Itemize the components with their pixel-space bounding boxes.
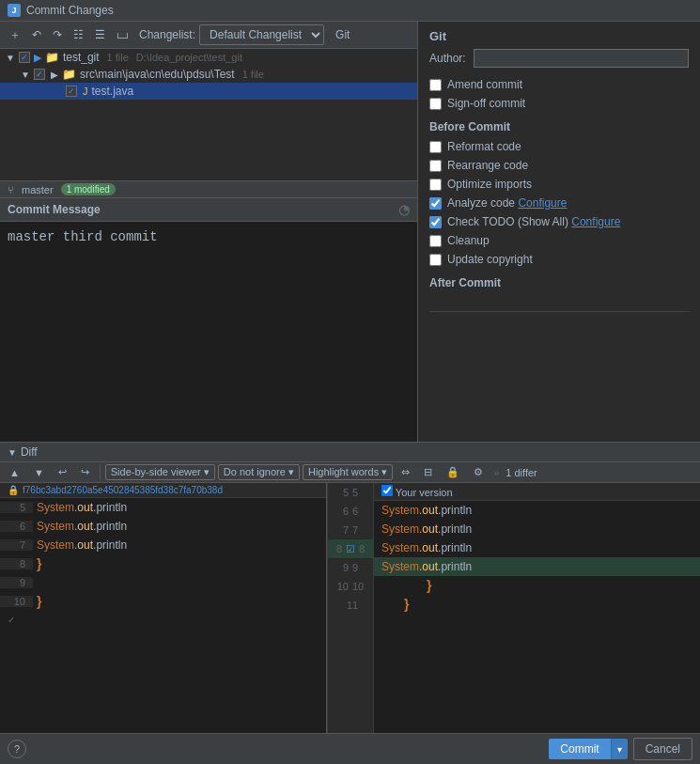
branch-icon: ⑂: [8, 184, 14, 195]
diff-redo-btn[interactable]: ↪: [75, 464, 95, 480]
cleanup-label: Cleanup: [447, 234, 490, 247]
center-line-9: 99: [328, 558, 373, 577]
git-label: Git: [429, 22, 689, 49]
reformat-checkbox[interactable]: [429, 141, 442, 153]
after-commit-label: After Commit: [429, 276, 689, 289]
changelist-label: Changelist:: [139, 28, 195, 41]
cleanup-checkbox[interactable]: [429, 235, 442, 247]
diff-lock-btn[interactable]: 🔒: [441, 464, 465, 480]
toolbar-grid-btn[interactable]: ☷: [70, 26, 87, 43]
diff-collapse-btn[interactable]: ⇔: [396, 464, 415, 480]
diff-ignore-select[interactable]: Do not ignore ▾: [218, 464, 300, 480]
reformat-label: Reformat code: [447, 140, 521, 153]
diff-right-line-9: }: [374, 576, 700, 595]
commit-button[interactable]: Commit: [549, 739, 610, 759]
main-content: ＋ ↶ ↷ ☷ ☰ ⌴ Changelist: Default Changeli…: [0, 22, 700, 442]
changelist-select[interactable]: Default Changelist: [199, 24, 324, 45]
branch-status-bar: ⑂ master 1 modified: [0, 180, 417, 198]
option-amend[interactable]: Amend commit: [429, 75, 689, 94]
tree-item-file[interactable]: J test.java: [0, 83, 417, 100]
commit-message-header: Commit Message ◔: [0, 198, 417, 222]
commit-message-label: Commit Message: [8, 203, 101, 216]
app-icon: J: [8, 4, 21, 17]
rearrange-checkbox[interactable]: [429, 160, 442, 172]
src-label: src\main\java\cn\edu\pdsu\Test: [80, 68, 235, 81]
optimize-checkbox[interactable]: [429, 179, 442, 191]
cancel-button[interactable]: Cancel: [633, 738, 692, 760]
history-icon[interactable]: ◔: [398, 202, 410, 217]
option-todo[interactable]: Check TODO (Show All) Configure: [429, 212, 689, 231]
todo-label: Check TODO (Show All) Configure: [447, 215, 620, 228]
commit-dropdown-button[interactable]: ▾: [611, 739, 628, 759]
diff-prev-btn[interactable]: ▲: [4, 465, 25, 480]
author-row: Author:: [429, 49, 689, 68]
your-version-label: Your version: [374, 483, 700, 501]
diff-right-line-6: System.out.println: [374, 520, 700, 538]
src-meta: 1 file: [242, 69, 264, 80]
branch-name: master: [22, 184, 54, 195]
toolbar: ＋ ↶ ↷ ☷ ☰ ⌴ Changelist: Default Changeli…: [0, 22, 417, 49]
commit-message-section: Commit Message ◔ master third commit: [0, 198, 417, 442]
diff-hash: f76bc3abd2760a5e4502845385fd38c7fa70b38d: [23, 485, 223, 495]
your-version-checkbox[interactable]: [381, 485, 393, 496]
option-signoff[interactable]: Sign-off commit: [429, 94, 689, 113]
left-panel: ＋ ↶ ↷ ☷ ☰ ⌴ Changelist: Default Changeli…: [0, 22, 418, 442]
analyze-configure-link[interactable]: Configure: [518, 196, 567, 210]
signoff-checkbox[interactable]: [429, 98, 442, 110]
todo-checkbox[interactable]: [429, 216, 442, 228]
diff-right-line-5: System.out.println: [374, 501, 700, 520]
tree-item-root[interactable]: ▼ ▶ 📁 test_git 1 file D:\Idea_project\te…: [0, 49, 417, 66]
tree-item-src[interactable]: ▼ ▶ 📁 src\main\java\cn\edu\pdsu\Test 1 f…: [0, 66, 417, 83]
your-version-text: Your version: [396, 487, 453, 498]
root-checkbox[interactable]: [19, 52, 30, 63]
toolbar-undo-btn[interactable]: ↶: [28, 26, 45, 43]
todo-configure-link[interactable]: Configure: [571, 215, 620, 228]
analyze-label: Analyze code Configure: [447, 196, 567, 210]
diff-settings-btn[interactable]: ⚙: [468, 464, 489, 480]
option-copyright[interactable]: Update copyright: [429, 250, 689, 269]
diff-viewer-select[interactable]: Side-by-side viewer ▾: [105, 464, 215, 480]
right-panel: Git Author: Amend commit Sign-off commit…: [418, 22, 700, 442]
option-analyze[interactable]: Analyze code Configure: [429, 194, 689, 212]
commit-message-input[interactable]: master third commit: [0, 222, 417, 442]
option-cleanup[interactable]: Cleanup: [429, 231, 689, 250]
modified-badge: 1 modified: [61, 183, 116, 195]
diff-right-pane: Your version System.out.println System.o…: [374, 483, 700, 733]
center-line-7: 77: [328, 521, 373, 539]
lock-icon: 🔒: [8, 485, 19, 495]
copyright-checkbox[interactable]: [429, 254, 442, 266]
amend-checkbox[interactable]: [429, 79, 442, 91]
file-checkbox[interactable]: [66, 86, 77, 97]
root-path: D:\Idea_project\test_git: [136, 52, 242, 63]
copyright-label: Update copyright: [447, 253, 533, 266]
rearrange-label: Rearrange code: [447, 159, 528, 172]
center-line-6: 66: [328, 502, 373, 521]
option-optimize[interactable]: Optimize imports: [429, 175, 689, 194]
diff-highlight-select[interactable]: Highlight words ▾: [303, 464, 393, 480]
diff-center-numbers: 55 66 77 8 ☑ 8 99 1010 11: [327, 483, 374, 733]
diff-label: Diff: [21, 445, 38, 459]
center-line-10: 1010: [328, 577, 373, 596]
diff-left-line-7: 7 System.out.println: [0, 536, 326, 554]
root-meta: 1 file: [107, 52, 129, 63]
file-label: test.java: [92, 85, 134, 98]
diff-undo-btn[interactable]: ↩: [53, 464, 72, 480]
toolbar-list-btn[interactable]: ☰: [91, 26, 109, 43]
analyze-checkbox[interactable]: [429, 197, 442, 210]
diff-left-line-8: 8 }: [0, 554, 326, 573]
diff-toolbar: ▲ ▼ ↩ ↪ Side-by-side viewer ▾ Do not ign…: [0, 462, 700, 483]
src-checkbox[interactable]: [34, 69, 45, 80]
option-reformat[interactable]: Reformat code: [429, 137, 689, 156]
diff-left-pane: 🔒 f76bc3abd2760a5e4502845385fd38c7fa70b3…: [0, 483, 327, 733]
help-button[interactable]: ?: [8, 740, 26, 758]
author-input[interactable]: [474, 49, 689, 68]
center-line-5: 55: [328, 483, 373, 502]
root-folder-icon: 📁: [45, 51, 59, 64]
option-rearrange[interactable]: Rearrange code: [429, 156, 689, 175]
diff-next-btn[interactable]: ▼: [28, 465, 50, 480]
diff-columns-btn[interactable]: ⊟: [418, 464, 438, 480]
toolbar-sort-btn[interactable]: ⌴: [113, 26, 132, 43]
commit-btn-group: Commit ▾: [549, 739, 627, 759]
toolbar-add-btn[interactable]: ＋: [6, 25, 24, 45]
toolbar-redo-btn[interactable]: ↷: [49, 26, 66, 43]
